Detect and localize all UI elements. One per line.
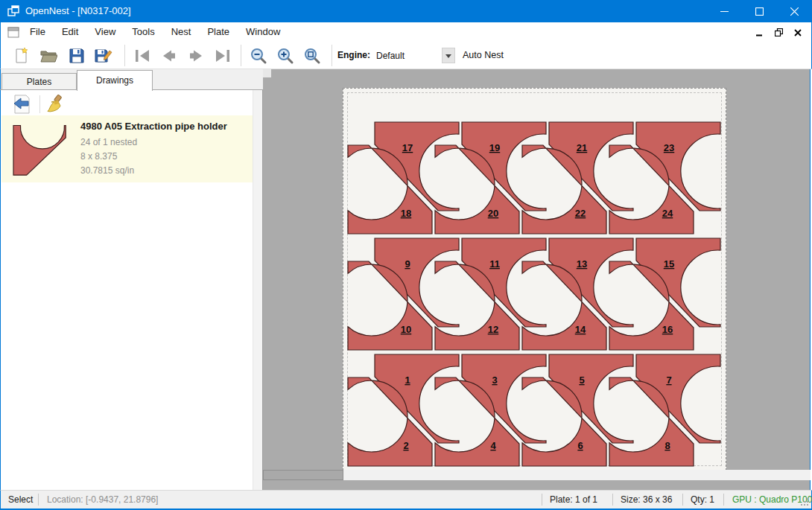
status-size: Size: 36 x 36 — [621, 491, 672, 509]
open-button[interactable] — [38, 45, 59, 66]
save-as-icon — [94, 47, 113, 65]
part-label: 20 — [488, 208, 498, 219]
part-label: 24 — [662, 208, 673, 219]
open-folder-icon — [39, 47, 57, 65]
opennest-window: OpenNest - [N0317-002] File Edit View To… — [0, 0, 812, 510]
toolbar-separator — [124, 45, 125, 66]
plate[interactable]: 171819202122232491011121314151612345678 — [343, 88, 726, 471]
save-as-button[interactable] — [93, 45, 114, 66]
menu-file[interactable]: File — [22, 22, 54, 42]
mdi-close-icon — [794, 29, 802, 36]
zoom-in-button[interactable] — [275, 45, 296, 66]
maximize-icon — [755, 7, 764, 16]
broom-icon — [45, 95, 64, 114]
zoom-fit-button[interactable] — [302, 45, 323, 66]
part-label: 15 — [664, 258, 674, 270]
status-location: Location: [-0.9437, 21.8796] — [47, 491, 158, 509]
status-separator — [542, 494, 542, 506]
part-label: 1 — [405, 374, 410, 386]
previous-icon — [160, 48, 178, 64]
mdi-restore-icon — [775, 28, 783, 36]
mdi-document-icon[interactable] — [7, 25, 20, 39]
menu-items: File Edit View Tools Nest Plate Window — [22, 22, 288, 42]
part-thumbnail — [12, 121, 73, 178]
zoom-in-icon — [276, 47, 294, 65]
resize-grip-icon[interactable] — [800, 497, 809, 506]
panel-vertical-scrollbar[interactable] — [253, 90, 262, 490]
mdi-minimize-button[interactable] — [752, 27, 767, 38]
zoom-out-icon — [250, 47, 267, 65]
first-plate-button[interactable] — [132, 45, 153, 66]
close-button[interactable] — [777, 0, 812, 22]
part-label: 7 — [666, 374, 671, 386]
mdi-restore-button[interactable] — [771, 27, 786, 38]
main-toolbar: Engine: Default Auto Nest — [0, 42, 812, 69]
new-button[interactable] — [11, 45, 32, 66]
status-separator — [682, 494, 683, 506]
status-mode: Select — [8, 491, 33, 509]
zoom-out-button[interactable] — [248, 45, 269, 66]
zoom-fit-icon — [303, 47, 321, 65]
menu-edit[interactable]: Edit — [54, 22, 86, 42]
mdi-minimize-icon — [755, 29, 763, 36]
drawing-area: 30.7815 sq/in — [80, 165, 134, 176]
canvas-corner — [263, 69, 271, 77]
new-file-icon — [13, 47, 31, 65]
status-separator — [38, 494, 39, 506]
title-bar[interactable]: OpenNest - [N0317-002] — [0, 0, 812, 22]
tab-drawings[interactable]: Drawings — [77, 70, 153, 91]
engine-combobox[interactable]: Default — [372, 47, 455, 64]
status-separator — [612, 494, 613, 506]
part-label: 3 — [492, 374, 497, 386]
return-part-button[interactable] — [11, 95, 32, 114]
canvas-horizontal-scrollbar[interactable] — [263, 470, 811, 480]
status-bar: Select Location: [-0.9437, 21.8796] Plat… — [0, 490, 812, 509]
last-icon — [214, 48, 232, 64]
drawing-title: 4980 A05 Extraction pipe holder — [80, 121, 227, 132]
drawing-list-item[interactable]: 4980 A05 Extraction pipe holder 24 of 1 … — [1, 115, 253, 182]
part-label: 2 — [403, 440, 408, 451]
auto-nest-button[interactable]: Auto Nest — [458, 42, 508, 69]
next-icon — [187, 48, 205, 64]
part-label: 21 — [577, 142, 587, 153]
part-label: 12 — [488, 324, 498, 335]
part-label: 5 — [579, 374, 584, 386]
menu-view[interactable]: View — [86, 22, 124, 42]
last-plate-button[interactable] — [212, 45, 233, 66]
mdi-window-controls — [752, 27, 805, 38]
drawings-panel: 4980 A05 Extraction pipe holder 24 of 1 … — [0, 90, 263, 490]
previous-plate-button[interactable] — [159, 45, 180, 66]
status-qty: Qty: 1 — [691, 491, 714, 509]
window-title: OpenNest - [N0317-002] — [25, 0, 131, 22]
minimize-icon — [720, 7, 729, 16]
part-label: 14 — [575, 324, 586, 335]
part-label: 23 — [664, 142, 674, 153]
part-label: 6 — [577, 440, 583, 451]
chevron-down-icon[interactable] — [442, 48, 455, 63]
horizontal-scrollbar-thumb[interactable] — [263, 470, 343, 480]
drawing-nested-count: 24 of 1 nested — [80, 137, 137, 147]
part-label: 10 — [401, 324, 411, 335]
part-label: 19 — [489, 142, 500, 153]
nest-svg[interactable]: 171819202122232491011121314151612345678 — [343, 89, 727, 471]
menu-window[interactable]: Window — [238, 22, 288, 42]
menu-plate[interactable]: Plate — [199, 22, 238, 42]
toolbar-separator — [332, 45, 332, 66]
part-label: 17 — [402, 142, 413, 153]
clear-button[interactable] — [44, 95, 65, 114]
tab-plates[interactable]: Plates — [1, 73, 77, 90]
menu-tools[interactable]: Tools — [124, 22, 162, 42]
save-button[interactable] — [66, 45, 87, 66]
menu-nest[interactable]: Nest — [163, 22, 200, 42]
maximize-button[interactable] — [742, 0, 777, 22]
mdi-close-button[interactable] — [790, 27, 805, 38]
first-icon — [133, 48, 151, 64]
engine-label: Engine: — [337, 42, 370, 69]
next-plate-button[interactable] — [185, 45, 206, 66]
minimize-button[interactable] — [707, 0, 742, 22]
part-label: 13 — [577, 258, 587, 270]
engine-value: Default — [372, 51, 442, 61]
close-icon — [790, 7, 799, 16]
menu-bar: File Edit View Tools Nest Plate Window — [0, 22, 812, 42]
app-icon — [7, 5, 19, 17]
